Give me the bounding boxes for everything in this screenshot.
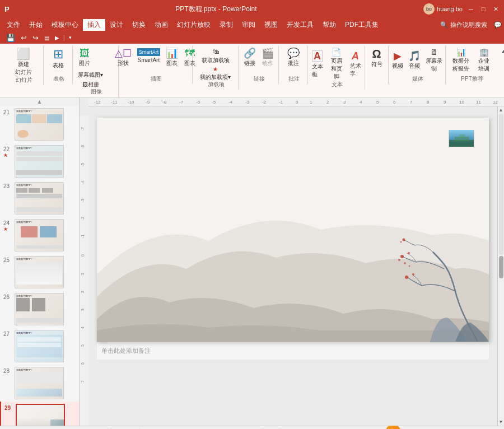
save-qa-button[interactable]: 💾 — [4, 33, 17, 43]
action-button[interactable]: 🎬 动作 — [259, 47, 276, 68]
shapes-button[interactable]: △☐ 形状 — [113, 47, 134, 68]
smartart-button[interactable]: SmartArt SmartArt — [135, 47, 163, 64]
slide-photo-thumbnail[interactable] — [449, 130, 474, 147]
redo-button[interactable]: ↪ — [31, 33, 40, 43]
group-comments-label: 批注 — [280, 75, 307, 83]
menu-home[interactable]: 开始 — [25, 19, 47, 31]
slide-canvas[interactable] — [97, 118, 489, 342]
slide-num-25: 25 — [3, 257, 12, 263]
screen-record-button[interactable]: 🖥 屏幕录制 — [423, 47, 445, 74]
svg-text:9: 9 — [444, 100, 446, 105]
ribbon-group-illustration: △☐ 形状 SmartArt SmartArt 📊 图表 🗺 图表 — [120, 46, 193, 84]
group-slides-label: 幻灯片 — [4, 76, 43, 84]
slide-thumb-23: 加英基平狮PPT — [15, 182, 64, 214]
canvas-area[interactable]: 单击此处添加备注 — [88, 106, 497, 426]
menu-transitions[interactable]: 切换 — [128, 19, 150, 31]
scroll-thumb[interactable] — [499, 256, 503, 278]
menu-record[interactable]: 录制 — [215, 19, 237, 31]
svg-text:3: 3 — [343, 100, 346, 105]
slide-item-21[interactable]: 21 加英基平狮PPT — [0, 106, 79, 143]
group-addins-label: 加载项 — [194, 81, 238, 88]
menu-developer[interactable]: 开发工具 — [282, 19, 318, 31]
ribbon-group-addins: 🛍获取加载项 ★我的加载项▾ 加载项 — [194, 46, 239, 90]
slide-thumb-27: 加英基平狮PPT — [15, 330, 64, 362]
undo-button[interactable]: ↩ — [19, 33, 29, 43]
svg-text:-3: -3 — [81, 199, 85, 202]
titlebar: P PPT教程.pptx - PowerPoint bo huang bo ─ … — [0, 0, 504, 18]
ribbon-group-comments: 💬 批注 批注 — [280, 46, 308, 84]
svg-text:5: 5 — [81, 344, 85, 347]
restore-button[interactable]: □ — [479, 5, 487, 13]
minimize-button[interactable]: ─ — [467, 5, 475, 13]
slide-item-24[interactable]: 24 ★ 加英基平狮PPT — [0, 217, 79, 254]
menu-pdf[interactable]: PDF工具集 — [340, 19, 383, 31]
svg-text:7: 7 — [410, 100, 413, 105]
slide-item-27[interactable]: 27 加英基平狮PPT — [0, 328, 79, 365]
data-analysis-button[interactable]: 📊 数据分析报告 — [449, 47, 473, 74]
svg-text:8: 8 — [427, 100, 430, 105]
svg-text:-6: -6 — [196, 100, 200, 105]
ribbon-group-slides: ⬜ 新建 幻灯片 幻灯片 — [4, 46, 44, 85]
audio-button[interactable]: 🎵 音频 — [407, 47, 422, 74]
slide-num-26: 26 — [3, 294, 12, 300]
comment-button[interactable]: 💬 批注 — [283, 47, 304, 68]
group-ppt-label: PPT推荐 — [447, 75, 497, 83]
chart-button[interactable]: 📊 图表 — [164, 47, 180, 68]
screenshot-button[interactable]: 屏幕截图▾ — [76, 71, 105, 80]
wordart-button[interactable]: A 艺术字 — [348, 47, 363, 82]
slide-item-28[interactable]: 28 加英基平狮PPT — [0, 365, 79, 402]
svg-point-44 — [400, 255, 404, 258]
app-logo: P — [4, 5, 9, 13]
main-area: ▲ 21 加英基平狮PPT 22 ★ 加英基平狮PPT — [0, 97, 504, 426]
group-text-label: 文本 — [309, 81, 365, 88]
menu-view[interactable]: 视图 — [260, 19, 282, 31]
slide-item-23[interactable]: 23 加英基平狮PPT — [0, 180, 79, 217]
slide-num-24: 24 — [3, 220, 12, 226]
slide-item-22[interactable]: 22 ★ 加英基平狮PPT — [0, 143, 79, 180]
enterprise-training-button[interactable]: 🏢 企业培训 — [474, 47, 494, 74]
menu-file[interactable]: 文件 — [2, 19, 25, 31]
quick-access-toolbar: 💾 ↩ ↪ ▤ ▶ | ▾ — [0, 31, 504, 44]
table-button[interactable]: ⊞ 表格 — [48, 47, 68, 71]
video-button[interactable]: ▶ 视频 — [390, 47, 405, 74]
group-illustration-label: 插图 — [120, 75, 192, 83]
ribbon-group-table: ⊞ 表格 表格 — [45, 46, 73, 84]
group-links-label: 链接 — [240, 75, 278, 83]
menu-slideshow[interactable]: 幻灯片放映 — [172, 19, 215, 31]
textbox-button[interactable]: A 文本框 — [310, 47, 325, 82]
slide-thumb-29 — [16, 404, 65, 426]
image-button[interactable]: 🖼 图片 — [76, 47, 93, 68]
scroll-down-btn[interactable]: ▼ — [499, 419, 503, 425]
menu-insert[interactable]: 插入 — [83, 19, 105, 31]
menu-design[interactable]: 设计 — [105, 19, 128, 31]
slide-item-25[interactable]: 25 加英基平狮PPT — [0, 254, 79, 291]
ribbon-group-ppt-recommend: 📊 数据分析报告 🏢 企业培训 PPT推荐 — [447, 46, 497, 84]
svg-text:-2: -2 — [81, 217, 85, 220]
slide-panel-scroll-up[interactable]: ▲ — [37, 99, 43, 105]
menu-animations[interactable]: 动画 — [150, 19, 172, 31]
link-button[interactable]: 🔗 链接 — [241, 47, 258, 68]
customize-qa-button[interactable]: ▾ — [67, 34, 73, 41]
title-right-area: bo huang bo ─ □ ✕ — [423, 3, 500, 15]
my-addins-button[interactable]: ★我的加载项▾ — [198, 66, 232, 82]
slide-item-29[interactable]: 29 — [0, 402, 79, 426]
svg-text:12: 12 — [493, 100, 498, 105]
scroll-up-btn[interactable]: ▲ — [499, 108, 503, 113]
ribbon-collapse-button[interactable]: ▲ — [500, 47, 504, 55]
slide-thumb-22: 加英基平狮PPT — [15, 145, 64, 178]
svg-text:-4: -4 — [228, 100, 233, 105]
print-button[interactable]: ▤ — [43, 34, 51, 41]
close-button[interactable]: ✕ — [492, 5, 500, 13]
notes-placeholder[interactable]: 单击此处添加备注 — [101, 347, 151, 355]
slide-item-26[interactable]: 26 加英基平狮PPT — [0, 291, 79, 328]
get-addins-button[interactable]: 🛍获取加载项 — [198, 47, 232, 65]
svg-text:-4: -4 — [81, 181, 85, 184]
header-footer-button[interactable]: 📄 页眉和页脚 — [326, 47, 347, 82]
symbol-button[interactable]: Ω 符号 — [367, 47, 387, 69]
new-slide-button[interactable]: ⬜ 新建 幻灯片 — [13, 47, 34, 77]
presentation-button[interactable]: ▶ — [53, 34, 61, 41]
menu-help[interactable]: 帮助 — [318, 19, 340, 31]
svg-text:-10: -10 — [128, 100, 134, 105]
menu-review[interactable]: 审阅 — [237, 19, 260, 31]
menu-template[interactable]: 模板中心 — [47, 19, 83, 31]
